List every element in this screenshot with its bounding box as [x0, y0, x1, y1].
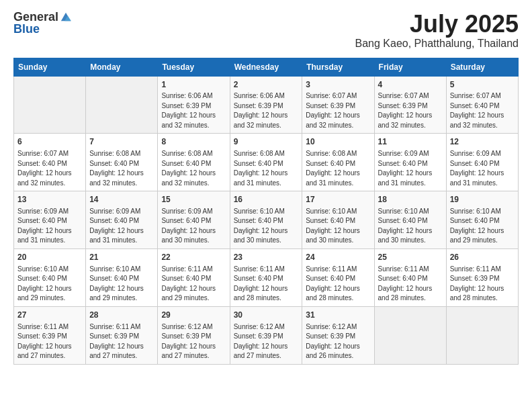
- calendar-week-1: 1Sunrise: 6:06 AM Sunset: 6:39 PM Daylig…: [14, 76, 519, 134]
- calendar-header-row: SundayMondayTuesdayWednesdayThursdayFrid…: [14, 58, 519, 76]
- calendar-cell: 30Sunrise: 6:12 AM Sunset: 6:39 PM Dayli…: [230, 306, 302, 364]
- calendar-cell: 14Sunrise: 6:09 AM Sunset: 6:40 PM Dayli…: [86, 191, 158, 249]
- day-info: Sunrise: 6:11 AM Sunset: 6:40 PM Dayligh…: [306, 265, 370, 304]
- day-number: 21: [89, 252, 154, 263]
- calendar-cell: 25Sunrise: 6:11 AM Sunset: 6:40 PM Dayli…: [374, 248, 446, 306]
- day-number: 31: [306, 310, 370, 321]
- day-info: Sunrise: 6:09 AM Sunset: 6:40 PM Dayligh…: [161, 207, 226, 246]
- day-info: Sunrise: 6:06 AM Sunset: 6:39 PM Dayligh…: [234, 91, 299, 130]
- day-info: Sunrise: 6:08 AM Sunset: 6:40 PM Dayligh…: [234, 149, 299, 188]
- day-number: 22: [161, 252, 226, 263]
- calendar-week-2: 6Sunrise: 6:07 AM Sunset: 6:40 PM Daylig…: [14, 134, 519, 191]
- calendar-header-sunday: Sunday: [14, 58, 86, 76]
- page-header: General Blue July 2025 Bang Kaeo, Phatth…: [13, 11, 519, 50]
- calendar-header-monday: Monday: [86, 58, 158, 76]
- calendar-cell: 29Sunrise: 6:12 AM Sunset: 6:39 PM Dayli…: [158, 306, 230, 364]
- calendar-cell: 6Sunrise: 6:07 AM Sunset: 6:40 PM Daylig…: [14, 134, 86, 191]
- day-info: Sunrise: 6:06 AM Sunset: 6:39 PM Dayligh…: [161, 91, 226, 130]
- day-info: Sunrise: 6:12 AM Sunset: 6:39 PM Dayligh…: [306, 322, 370, 361]
- calendar-cell: 18Sunrise: 6:10 AM Sunset: 6:40 PM Dayli…: [374, 191, 446, 249]
- calendar-cell: 16Sunrise: 6:10 AM Sunset: 6:40 PM Dayli…: [230, 191, 302, 249]
- day-info: Sunrise: 6:10 AM Sunset: 6:40 PM Dayligh…: [450, 207, 515, 246]
- calendar-cell: 9Sunrise: 6:08 AM Sunset: 6:40 PM Daylig…: [230, 134, 302, 191]
- day-info: Sunrise: 6:10 AM Sunset: 6:40 PM Dayligh…: [89, 265, 154, 304]
- day-number: 30: [234, 310, 299, 321]
- day-info: Sunrise: 6:11 AM Sunset: 6:39 PM Dayligh…: [89, 322, 154, 361]
- calendar-cell: 22Sunrise: 6:11 AM Sunset: 6:40 PM Dayli…: [158, 248, 230, 306]
- day-info: Sunrise: 6:10 AM Sunset: 6:40 PM Dayligh…: [378, 207, 443, 246]
- day-number: 23: [234, 252, 299, 263]
- day-number: 10: [306, 136, 370, 148]
- calendar-cell: 13Sunrise: 6:09 AM Sunset: 6:40 PM Dayli…: [14, 191, 86, 249]
- calendar-cell: 21Sunrise: 6:10 AM Sunset: 6:40 PM Dayli…: [86, 248, 158, 306]
- logo-general: General: [13, 11, 58, 23]
- calendar-header-saturday: Saturday: [446, 58, 518, 76]
- day-info: Sunrise: 6:11 AM Sunset: 6:40 PM Dayligh…: [234, 265, 299, 304]
- calendar-cell: 17Sunrise: 6:10 AM Sunset: 6:40 PM Dayli…: [302, 191, 374, 249]
- location-title: Bang Kaeo, Phatthalung, Thailand: [355, 38, 519, 50]
- calendar-cell: 27Sunrise: 6:11 AM Sunset: 6:39 PM Dayli…: [14, 306, 86, 364]
- calendar-cell: 12Sunrise: 6:09 AM Sunset: 6:40 PM Dayli…: [446, 134, 518, 191]
- calendar-table: SundayMondayTuesdayWednesdayThursdayFrid…: [13, 58, 519, 365]
- title-area: July 2025 Bang Kaeo, Phatthalung, Thaila…: [355, 11, 519, 50]
- day-info: Sunrise: 6:07 AM Sunset: 6:40 PM Dayligh…: [450, 91, 515, 130]
- calendar-cell: 10Sunrise: 6:08 AM Sunset: 6:40 PM Dayli…: [302, 134, 374, 191]
- day-info: Sunrise: 6:08 AM Sunset: 6:40 PM Dayligh…: [89, 149, 154, 188]
- day-number: 13: [17, 194, 82, 205]
- calendar-cell: 4Sunrise: 6:07 AM Sunset: 6:39 PM Daylig…: [374, 76, 446, 134]
- calendar-cell: 23Sunrise: 6:11 AM Sunset: 6:40 PM Dayli…: [230, 248, 302, 306]
- calendar-week-5: 27Sunrise: 6:11 AM Sunset: 6:39 PM Dayli…: [14, 306, 519, 364]
- day-info: Sunrise: 6:10 AM Sunset: 6:40 PM Dayligh…: [234, 207, 299, 246]
- calendar-cell: [374, 306, 446, 364]
- day-number: 9: [234, 136, 299, 148]
- day-number: 28: [89, 310, 154, 321]
- calendar-cell: 26Sunrise: 6:11 AM Sunset: 6:39 PM Dayli…: [446, 248, 518, 306]
- calendar-cell: 19Sunrise: 6:10 AM Sunset: 6:40 PM Dayli…: [446, 191, 518, 249]
- day-number: 11: [378, 136, 443, 148]
- calendar-cell: 7Sunrise: 6:08 AM Sunset: 6:40 PM Daylig…: [86, 134, 158, 191]
- day-number: 26: [450, 252, 515, 263]
- day-info: Sunrise: 6:09 AM Sunset: 6:40 PM Dayligh…: [17, 207, 82, 246]
- day-number: 4: [378, 79, 443, 91]
- day-number: 7: [89, 136, 154, 148]
- day-info: Sunrise: 6:08 AM Sunset: 6:40 PM Dayligh…: [306, 149, 370, 188]
- calendar-cell: 15Sunrise: 6:09 AM Sunset: 6:40 PM Dayli…: [158, 191, 230, 249]
- day-number: 8: [161, 136, 226, 148]
- day-number: 14: [89, 194, 154, 205]
- day-info: Sunrise: 6:11 AM Sunset: 6:40 PM Dayligh…: [161, 265, 226, 304]
- day-number: 12: [450, 136, 515, 148]
- calendar-cell: [14, 76, 86, 134]
- day-info: Sunrise: 6:11 AM Sunset: 6:39 PM Dayligh…: [450, 265, 515, 304]
- day-number: 15: [161, 194, 226, 205]
- day-number: 6: [17, 136, 82, 148]
- calendar-cell: 2Sunrise: 6:06 AM Sunset: 6:39 PM Daylig…: [230, 76, 302, 134]
- calendar-cell: 1Sunrise: 6:06 AM Sunset: 6:39 PM Daylig…: [158, 76, 230, 134]
- day-number: 16: [234, 194, 299, 205]
- calendar-header-thursday: Thursday: [302, 58, 374, 76]
- calendar-cell: 24Sunrise: 6:11 AM Sunset: 6:40 PM Dayli…: [302, 248, 374, 306]
- day-number: 27: [17, 310, 82, 321]
- day-number: 25: [378, 252, 443, 263]
- day-number: 20: [17, 252, 82, 263]
- day-number: 18: [378, 194, 443, 205]
- calendar-cell: 8Sunrise: 6:08 AM Sunset: 6:40 PM Daylig…: [158, 134, 230, 191]
- calendar-header-wednesday: Wednesday: [230, 58, 302, 76]
- day-info: Sunrise: 6:11 AM Sunset: 6:39 PM Dayligh…: [17, 322, 82, 361]
- calendar-cell: 5Sunrise: 6:07 AM Sunset: 6:40 PM Daylig…: [446, 76, 518, 134]
- day-info: Sunrise: 6:12 AM Sunset: 6:39 PM Dayligh…: [234, 322, 299, 361]
- day-info: Sunrise: 6:10 AM Sunset: 6:40 PM Dayligh…: [306, 207, 370, 246]
- day-number: 2: [234, 79, 299, 91]
- day-number: 5: [450, 79, 515, 91]
- day-number: 19: [450, 194, 515, 205]
- day-info: Sunrise: 6:09 AM Sunset: 6:40 PM Dayligh…: [378, 149, 443, 188]
- day-info: Sunrise: 6:08 AM Sunset: 6:40 PM Dayligh…: [161, 149, 226, 188]
- logo-blue: Blue: [13, 23, 40, 35]
- calendar-cell: [446, 306, 518, 364]
- calendar-cell: [86, 76, 158, 134]
- calendar-cell: 3Sunrise: 6:07 AM Sunset: 6:39 PM Daylig…: [302, 76, 374, 134]
- logo-icon: [60, 11, 72, 22]
- calendar-week-3: 13Sunrise: 6:09 AM Sunset: 6:40 PM Dayli…: [14, 191, 519, 249]
- calendar-header-friday: Friday: [374, 58, 446, 76]
- day-number: 17: [306, 194, 370, 205]
- day-info: Sunrise: 6:07 AM Sunset: 6:40 PM Dayligh…: [17, 149, 82, 188]
